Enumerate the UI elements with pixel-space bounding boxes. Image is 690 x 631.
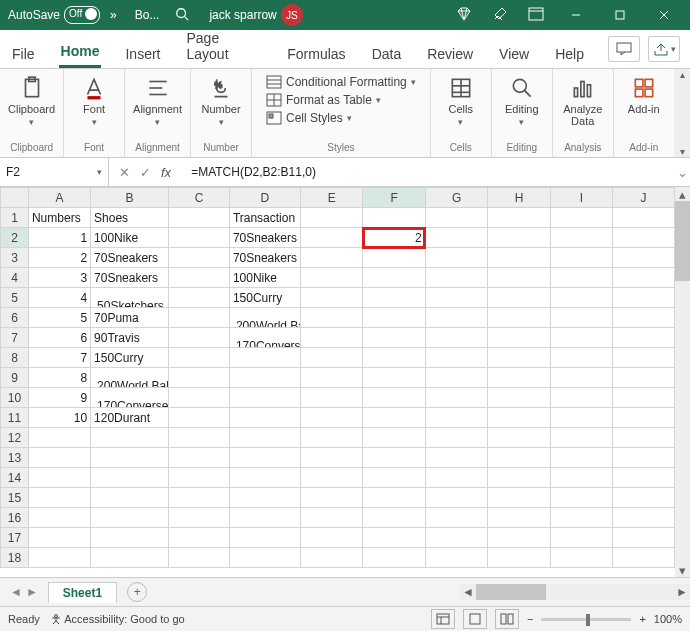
- col-header-D[interactable]: D: [229, 188, 300, 208]
- cell[interactable]: [612, 528, 674, 548]
- cell[interactable]: [28, 428, 90, 448]
- cell[interactable]: [300, 228, 362, 248]
- cell[interactable]: [612, 508, 674, 528]
- row-header[interactable]: 15: [1, 488, 29, 508]
- cell[interactable]: 9: [28, 388, 90, 408]
- cell[interactable]: [550, 348, 612, 368]
- cell[interactable]: [363, 368, 425, 388]
- cell[interactable]: 4: [28, 288, 90, 308]
- row-header[interactable]: 4: [1, 268, 29, 288]
- cell[interactable]: [550, 428, 612, 448]
- cell[interactable]: 90Travis: [91, 328, 169, 348]
- cell[interactable]: [300, 548, 362, 568]
- cell[interactable]: [425, 268, 488, 288]
- accessibility-status[interactable]: Accessibility: Good to go: [50, 613, 185, 625]
- row-header[interactable]: 13: [1, 448, 29, 468]
- cell[interactable]: [550, 548, 612, 568]
- cell[interactable]: 1: [28, 228, 90, 248]
- cell[interactable]: [612, 348, 674, 368]
- cell[interactable]: [91, 428, 169, 448]
- cell[interactable]: 70Sneakers: [91, 248, 169, 268]
- cell[interactable]: [28, 508, 90, 528]
- cell[interactable]: [612, 368, 674, 388]
- row-header[interactable]: 1: [1, 208, 29, 228]
- cell[interactable]: [28, 468, 90, 488]
- cell[interactable]: [612, 208, 674, 228]
- col-header-I[interactable]: I: [550, 188, 612, 208]
- cell[interactable]: [300, 248, 362, 268]
- formula-input[interactable]: =MATCH(D2,B2:B11,0): [185, 158, 674, 186]
- col-header-F[interactable]: F: [363, 188, 425, 208]
- cell[interactable]: [425, 468, 488, 488]
- cell[interactable]: 10: [28, 408, 90, 428]
- search-icon[interactable]: [175, 7, 189, 24]
- cell[interactable]: [169, 268, 230, 288]
- cell[interactable]: [425, 508, 488, 528]
- cell[interactable]: [169, 308, 230, 328]
- row-header[interactable]: 16: [1, 508, 29, 528]
- zoom-level[interactable]: 100%: [654, 613, 682, 625]
- cell[interactable]: 2: [28, 248, 90, 268]
- cell[interactable]: [612, 488, 674, 508]
- cell[interactable]: [169, 348, 230, 368]
- cell[interactable]: [91, 468, 169, 488]
- cell[interactable]: [612, 308, 674, 328]
- cell[interactable]: 150Curry: [229, 288, 300, 308]
- cell[interactable]: [169, 428, 230, 448]
- cell[interactable]: 100Nike: [91, 228, 169, 248]
- row-header[interactable]: 2: [1, 228, 29, 248]
- cell[interactable]: [300, 268, 362, 288]
- cell[interactable]: [488, 388, 551, 408]
- cell[interactable]: 200World Balance: [91, 368, 169, 388]
- cell[interactable]: [488, 488, 551, 508]
- cell[interactable]: [300, 368, 362, 388]
- cell[interactable]: [550, 308, 612, 328]
- cells-button[interactable]: Cells▾: [439, 75, 483, 127]
- cell[interactable]: [229, 528, 300, 548]
- row-header[interactable]: 10: [1, 388, 29, 408]
- cell[interactable]: [488, 308, 551, 328]
- horizontal-scrollbar[interactable]: ◄►: [460, 584, 690, 600]
- cell[interactable]: [550, 368, 612, 388]
- cell[interactable]: [363, 328, 425, 348]
- cell[interactable]: [91, 488, 169, 508]
- tab-page-layout[interactable]: Page Layout: [184, 22, 263, 68]
- cell[interactable]: [488, 528, 551, 548]
- cell[interactable]: 200World Balance: [229, 308, 300, 328]
- minimize-button[interactable]: [554, 0, 598, 30]
- cell[interactable]: [169, 328, 230, 348]
- zoom-slider[interactable]: [541, 618, 631, 621]
- cell[interactable]: [229, 388, 300, 408]
- cell[interactable]: [169, 248, 230, 268]
- tab-file[interactable]: File: [10, 38, 37, 68]
- share-button[interactable]: ▾: [648, 36, 680, 62]
- row-header[interactable]: 7: [1, 328, 29, 348]
- cell[interactable]: [169, 208, 230, 228]
- row-header[interactable]: 5: [1, 288, 29, 308]
- cell[interactable]: 70Sneakers: [91, 268, 169, 288]
- cell[interactable]: [425, 448, 488, 468]
- cell[interactable]: [300, 348, 362, 368]
- enter-icon[interactable]: ✓: [140, 165, 151, 180]
- cell[interactable]: [363, 268, 425, 288]
- cell[interactable]: [300, 208, 362, 228]
- cell[interactable]: 150Curry: [91, 348, 169, 368]
- cell[interactable]: [229, 408, 300, 428]
- cell[interactable]: [300, 468, 362, 488]
- cell[interactable]: [550, 208, 612, 228]
- cell[interactable]: [488, 288, 551, 308]
- cell[interactable]: [425, 408, 488, 428]
- cell[interactable]: [488, 468, 551, 488]
- cell[interactable]: [488, 448, 551, 468]
- cell[interactable]: [425, 288, 488, 308]
- cell[interactable]: 170Converse: [229, 328, 300, 348]
- zoom-in-button[interactable]: +: [639, 613, 645, 625]
- cell[interactable]: [550, 228, 612, 248]
- cell[interactable]: [550, 528, 612, 548]
- cell[interactable]: [91, 528, 169, 548]
- cell[interactable]: [169, 228, 230, 248]
- col-header-G[interactable]: G: [425, 188, 488, 208]
- cell[interactable]: [612, 388, 674, 408]
- cell[interactable]: [488, 348, 551, 368]
- name-box[interactable]: F2▾: [0, 158, 109, 186]
